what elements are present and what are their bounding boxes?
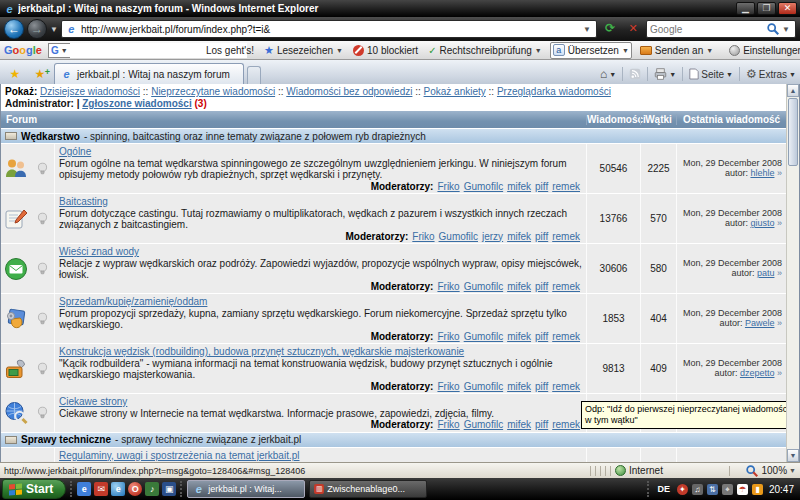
- forum-link[interactable]: Wieści znad wody: [59, 246, 139, 258]
- minimize-button[interactable]: ▁: [736, 2, 755, 15]
- moderator-link[interactable]: remek: [552, 381, 580, 392]
- tray-network-icon[interactable]: ⇅: [707, 484, 718, 495]
- moderator-link[interactable]: Friko: [437, 181, 459, 192]
- show-link[interactable]: Dzisiejsze wiadomości: [40, 86, 140, 97]
- search-box[interactable]: ▼: [646, 20, 796, 38]
- moderator-link[interactable]: Gumofilc: [464, 419, 503, 430]
- stop-button[interactable]: ✕: [623, 20, 643, 38]
- category-collapse-icon[interactable]: [5, 436, 17, 444]
- google-search-field[interactable]: G▼: [48, 43, 198, 58]
- forum-link[interactable]: Ogólne: [59, 146, 91, 158]
- search-icon[interactable]: [766, 22, 780, 36]
- settings-button[interactable]: Einstellungen▼: [727, 42, 800, 59]
- tools-menu-button[interactable]: ⚙Extras▼: [746, 67, 796, 81]
- quick-launch-ie-icon[interactable]: e: [111, 482, 125, 496]
- forum-link[interactable]: Regulaminy, uwagi i spostrzeżenia na tem…: [59, 450, 300, 462]
- go-to-last-icon[interactable]: »: [777, 218, 782, 228]
- moderator-link[interactable]: piff: [535, 419, 548, 430]
- bookmarks-button[interactable]: ★Lesezeichen▼: [262, 42, 345, 59]
- zoom-dropdown-icon[interactable]: ▼: [789, 467, 796, 474]
- moderator-link[interactable]: piff: [535, 331, 548, 342]
- close-button[interactable]: ✕: [778, 2, 797, 15]
- tray-volume-icon[interactable]: ♫: [692, 484, 703, 495]
- author-link[interactable]: giusto: [750, 218, 774, 228]
- scroll-up-icon[interactable]: ▲: [787, 84, 799, 97]
- moderator-link[interactable]: mifek: [507, 419, 531, 430]
- forward-button[interactable]: →: [27, 19, 47, 39]
- go-to-last-icon[interactable]: »: [777, 368, 782, 378]
- author-link[interactable]: patu: [757, 268, 775, 278]
- tray-antivirus-icon[interactable]: ☂: [737, 484, 748, 495]
- moderator-link[interactable]: remek: [552, 231, 580, 242]
- spellcheck-button[interactable]: ✓Rechtschreibprüfung▼: [426, 42, 544, 59]
- moderator-link[interactable]: remek: [552, 419, 580, 430]
- history-dropdown-icon[interactable]: ▼: [50, 25, 58, 34]
- moderator-link[interactable]: Gumofilc: [464, 281, 503, 292]
- category-collapse-icon[interactable]: [5, 132, 17, 140]
- search-dropdown-icon[interactable]: ▼: [780, 25, 792, 34]
- go-to-last-icon[interactable]: »: [777, 168, 782, 178]
- moderator-link[interactable]: piff: [535, 231, 548, 242]
- print-button[interactable]: ▼: [654, 68, 676, 80]
- show-link[interactable]: Nieprzeczytane wiadomości: [151, 86, 275, 97]
- tray-mouse-icon[interactable]: ⌖: [722, 484, 733, 495]
- vertical-scrollbar[interactable]: ▲ ▼: [786, 84, 799, 462]
- moderator-link[interactable]: remek: [552, 281, 580, 292]
- feeds-button[interactable]: [629, 68, 641, 80]
- moderator-link[interactable]: Gumofilc: [439, 231, 478, 242]
- moderator-link[interactable]: Gumofilc: [464, 381, 503, 392]
- add-favorite-icon[interactable]: ★: [29, 64, 51, 84]
- author-link[interactable]: dzepetto: [740, 368, 775, 378]
- moderator-link[interactable]: mifek: [507, 281, 531, 292]
- moderator-link[interactable]: mifek: [507, 381, 531, 392]
- moderator-link[interactable]: mifek: [507, 231, 531, 242]
- moderator-link[interactable]: Friko: [412, 231, 434, 242]
- google-go-button[interactable]: Los geht's!: [204, 42, 256, 59]
- forum-link[interactable]: Konstrukcja wędzisk (rodbuilding), budow…: [59, 346, 464, 358]
- quick-launch-folder-icon[interactable]: ▣: [162, 482, 176, 496]
- task-button-clipboard[interactable]: ▥ Zwischenablage0...: [309, 480, 427, 498]
- go-to-last-icon[interactable]: »: [777, 318, 782, 328]
- show-link[interactable]: Wiadomości bez odpowiedzi: [286, 86, 412, 97]
- moderator-link[interactable]: Friko: [437, 419, 459, 430]
- moderator-link[interactable]: remek: [552, 331, 580, 342]
- zoom-control[interactable]: 100% ▼: [734, 464, 796, 478]
- language-indicator[interactable]: DE: [654, 483, 673, 495]
- url-input[interactable]: [81, 24, 578, 35]
- translate-button[interactable]: aÜbersetzen▼: [550, 42, 632, 59]
- tab-active[interactable]: e jerkbait.pl : Witaj na naszym forum: [54, 63, 244, 84]
- home-button[interactable]: ⌂▼: [600, 67, 616, 81]
- popup-blocker-button[interactable]: 10 blockiert: [351, 42, 420, 59]
- page-menu-button[interactable]: Seite▼: [689, 68, 733, 80]
- moderator-link[interactable]: Gumofilc: [464, 331, 503, 342]
- task-button-browser[interactable]: e jerkbait.pl : Witaj...: [187, 480, 305, 498]
- moderator-link[interactable]: Friko: [437, 381, 459, 392]
- quick-launch-media-icon[interactable]: ♪: [145, 482, 159, 496]
- moderator-link[interactable]: piff: [535, 281, 548, 292]
- quick-launch-browser-icon[interactable]: e: [77, 482, 91, 496]
- scrollbar-thumb[interactable]: [788, 98, 798, 166]
- tray-lock-icon[interactable]: ▮: [752, 484, 763, 495]
- moderator-link[interactable]: remek: [552, 181, 580, 192]
- author-link[interactable]: hlehle: [750, 168, 774, 178]
- moderator-link[interactable]: Friko: [437, 331, 459, 342]
- scroll-down-icon[interactable]: ▼: [787, 449, 799, 462]
- moderator-link[interactable]: piff: [535, 381, 548, 392]
- search-input[interactable]: [650, 24, 766, 35]
- go-to-last-icon[interactable]: »: [777, 268, 782, 278]
- moderator-link[interactable]: mifek: [507, 331, 531, 342]
- moderator-link[interactable]: mifek: [507, 181, 531, 192]
- address-dropdown-icon[interactable]: ▼: [581, 25, 593, 34]
- moderator-link[interactable]: Gumofilc: [464, 181, 503, 192]
- forum-link[interactable]: Sprzedam/kupię/zamienię/oddam: [59, 296, 207, 308]
- quick-launch-mail-icon[interactable]: ✉: [94, 482, 108, 496]
- tray-alert-icon[interactable]: ✦: [677, 484, 688, 495]
- show-link[interactable]: Przeglądarka wiadomości: [497, 86, 611, 97]
- maximize-button[interactable]: ❐: [757, 2, 776, 15]
- quick-launch-opera-icon[interactable]: O: [128, 482, 142, 496]
- start-button[interactable]: Start: [2, 479, 66, 499]
- moderator-link[interactable]: Friko: [437, 281, 459, 292]
- refresh-button[interactable]: ⟳: [600, 20, 620, 38]
- author-link[interactable]: Pawele: [745, 318, 775, 328]
- moderator-link[interactable]: piff: [535, 181, 548, 192]
